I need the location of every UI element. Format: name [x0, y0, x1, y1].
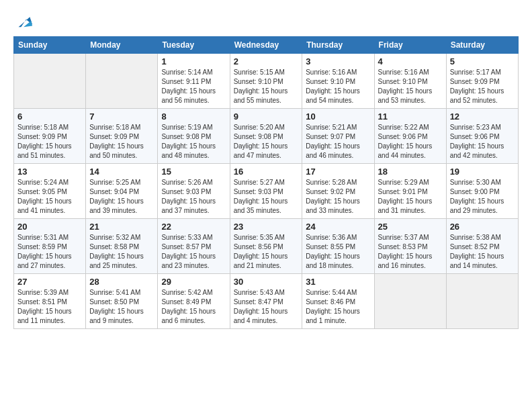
day-number: 15 [161, 167, 226, 177]
calendar-cell: 20Sunrise: 5:31 AM Sunset: 8:59 PM Dayli… [14, 219, 86, 274]
calendar-header-row: SundayMondayTuesdayWednesdayThursdayFrid… [14, 37, 519, 54]
day-info: Sunrise: 5:24 AM Sunset: 9:05 PM Dayligh… [17, 178, 82, 216]
day-number: 3 [306, 56, 370, 66]
calendar-cell: 17Sunrise: 5:28 AM Sunset: 9:02 PM Dayli… [302, 164, 374, 219]
calendar-cell: 6Sunrise: 5:18 AM Sunset: 9:09 PM Daylig… [14, 109, 86, 164]
day-number: 23 [234, 222, 299, 232]
day-number: 10 [306, 111, 370, 122]
day-number: 7 [89, 111, 154, 122]
day-info: Sunrise: 5:15 AM Sunset: 9:10 PM Dayligh… [234, 68, 299, 105]
calendar-cell: 9Sunrise: 5:20 AM Sunset: 9:08 PM Daylig… [230, 109, 302, 164]
calendar-cell: 5Sunrise: 5:17 AM Sunset: 9:09 PM Daylig… [446, 54, 518, 109]
day-info: Sunrise: 5:22 AM Sunset: 9:06 PM Dayligh… [378, 123, 443, 161]
day-info: Sunrise: 5:20 AM Sunset: 9:08 PM Dayligh… [234, 123, 299, 161]
day-info: Sunrise: 5:43 AM Sunset: 8:47 PM Dayligh… [234, 288, 299, 326]
calendar-body: 1Sunrise: 5:14 AM Sunset: 9:11 PM Daylig… [14, 54, 519, 329]
day-info: Sunrise: 5:44 AM Sunset: 8:46 PM Dayligh… [306, 288, 370, 326]
day-header-tuesday: Tuesday [158, 37, 230, 54]
day-number: 24 [306, 222, 370, 232]
day-number: 17 [306, 167, 370, 177]
calendar-cell: 25Sunrise: 5:37 AM Sunset: 8:53 PM Dayli… [374, 219, 446, 274]
day-info: Sunrise: 5:31 AM Sunset: 8:59 PM Dayligh… [17, 233, 82, 271]
day-info: Sunrise: 5:35 AM Sunset: 8:56 PM Dayligh… [234, 233, 299, 271]
day-info: Sunrise: 5:14 AM Sunset: 9:11 PM Dayligh… [161, 68, 226, 105]
day-number: 6 [17, 111, 82, 122]
day-info: Sunrise: 5:42 AM Sunset: 8:49 PM Dayligh… [161, 288, 226, 326]
day-number: 5 [450, 56, 515, 66]
calendar-cell: 31Sunrise: 5:44 AM Sunset: 8:46 PM Dayli… [302, 274, 374, 329]
calendar-cell: 4Sunrise: 5:16 AM Sunset: 9:10 PM Daylig… [374, 54, 446, 109]
calendar-cell: 1Sunrise: 5:14 AM Sunset: 9:11 PM Daylig… [158, 54, 230, 109]
day-number: 18 [378, 167, 443, 177]
calendar-cell: 10Sunrise: 5:21 AM Sunset: 9:07 PM Dayli… [302, 109, 374, 164]
day-number: 11 [378, 111, 443, 122]
day-info: Sunrise: 5:33 AM Sunset: 8:57 PM Dayligh… [161, 233, 226, 271]
day-info: Sunrise: 5:18 AM Sunset: 9:09 PM Dayligh… [89, 123, 154, 161]
day-number: 12 [450, 111, 515, 122]
calendar-cell: 18Sunrise: 5:29 AM Sunset: 9:01 PM Dayli… [374, 164, 446, 219]
day-number: 29 [161, 277, 226, 287]
day-info: Sunrise: 5:28 AM Sunset: 9:02 PM Dayligh… [306, 178, 370, 216]
calendar-cell: 21Sunrise: 5:32 AM Sunset: 8:58 PM Dayli… [86, 219, 158, 274]
calendar-cell: 2Sunrise: 5:15 AM Sunset: 9:10 PM Daylig… [230, 54, 302, 109]
day-info: Sunrise: 5:30 AM Sunset: 9:00 PM Dayligh… [450, 178, 515, 216]
day-number: 8 [161, 111, 226, 122]
calendar-cell: 12Sunrise: 5:23 AM Sunset: 9:06 PM Dayli… [446, 109, 518, 164]
calendar-cell [374, 274, 446, 329]
day-info: Sunrise: 5:37 AM Sunset: 8:53 PM Dayligh… [378, 233, 443, 271]
day-info: Sunrise: 5:25 AM Sunset: 9:04 PM Dayligh… [89, 178, 154, 216]
calendar-table: SundayMondayTuesdayWednesdayThursdayFrid… [13, 36, 519, 329]
day-info: Sunrise: 5:27 AM Sunset: 9:03 PM Dayligh… [234, 178, 299, 216]
calendar-week-3: 13Sunrise: 5:24 AM Sunset: 9:05 PM Dayli… [14, 164, 519, 219]
calendar-cell: 7Sunrise: 5:18 AM Sunset: 9:09 PM Daylig… [86, 109, 158, 164]
calendar-week-5: 27Sunrise: 5:39 AM Sunset: 8:51 PM Dayli… [14, 274, 519, 329]
day-number: 4 [378, 56, 443, 66]
day-number: 27 [17, 277, 82, 287]
day-info: Sunrise: 5:36 AM Sunset: 8:55 PM Dayligh… [306, 233, 370, 271]
calendar-cell: 22Sunrise: 5:33 AM Sunset: 8:57 PM Dayli… [158, 219, 230, 274]
calendar-cell [86, 54, 158, 109]
day-number: 9 [234, 111, 299, 122]
calendar-cell: 13Sunrise: 5:24 AM Sunset: 9:05 PM Dayli… [14, 164, 86, 219]
calendar-cell: 24Sunrise: 5:36 AM Sunset: 8:55 PM Dayli… [302, 219, 374, 274]
calendar-cell [14, 54, 86, 109]
day-header-sunday: Sunday [14, 37, 86, 54]
day-info: Sunrise: 5:16 AM Sunset: 9:10 PM Dayligh… [306, 68, 370, 105]
calendar-cell: 27Sunrise: 5:39 AM Sunset: 8:51 PM Dayli… [14, 274, 86, 329]
day-number: 30 [234, 277, 299, 287]
day-info: Sunrise: 5:38 AM Sunset: 8:52 PM Dayligh… [450, 233, 515, 271]
calendar-cell: 29Sunrise: 5:42 AM Sunset: 8:49 PM Dayli… [158, 274, 230, 329]
day-number: 26 [450, 222, 515, 232]
day-info: Sunrise: 5:32 AM Sunset: 8:58 PM Dayligh… [89, 233, 154, 271]
calendar-week-1: 1Sunrise: 5:14 AM Sunset: 9:11 PM Daylig… [14, 54, 519, 109]
day-number: 25 [378, 222, 443, 232]
day-number: 21 [89, 222, 154, 232]
day-info: Sunrise: 5:19 AM Sunset: 9:08 PM Dayligh… [161, 123, 226, 161]
day-header-monday: Monday [86, 37, 158, 54]
logo [13, 11, 34, 30]
day-header-wednesday: Wednesday [230, 37, 302, 54]
calendar-cell: 30Sunrise: 5:43 AM Sunset: 8:47 PM Dayli… [230, 274, 302, 329]
day-number: 16 [234, 167, 299, 177]
day-number: 31 [306, 277, 370, 287]
day-header-friday: Friday [374, 37, 446, 54]
page-header [13, 11, 519, 30]
calendar-cell: 28Sunrise: 5:41 AM Sunset: 8:50 PM Dayli… [86, 274, 158, 329]
calendar-cell: 8Sunrise: 5:19 AM Sunset: 9:08 PM Daylig… [158, 109, 230, 164]
day-number: 22 [161, 222, 226, 232]
svg-marker-1 [24, 21, 32, 27]
day-header-saturday: Saturday [446, 37, 518, 54]
day-info: Sunrise: 5:26 AM Sunset: 9:03 PM Dayligh… [161, 178, 226, 216]
calendar-week-4: 20Sunrise: 5:31 AM Sunset: 8:59 PM Dayli… [14, 219, 519, 274]
day-info: Sunrise: 5:23 AM Sunset: 9:06 PM Dayligh… [450, 123, 515, 161]
day-info: Sunrise: 5:39 AM Sunset: 8:51 PM Dayligh… [17, 288, 82, 326]
day-info: Sunrise: 5:41 AM Sunset: 8:50 PM Dayligh… [89, 288, 154, 326]
calendar-week-2: 6Sunrise: 5:18 AM Sunset: 9:09 PM Daylig… [14, 109, 519, 164]
day-number: 20 [17, 222, 82, 232]
calendar-cell: 3Sunrise: 5:16 AM Sunset: 9:10 PM Daylig… [302, 54, 374, 109]
calendar-cell: 19Sunrise: 5:30 AM Sunset: 9:00 PM Dayli… [446, 164, 518, 219]
day-header-thursday: Thursday [302, 37, 374, 54]
day-number: 1 [161, 56, 226, 66]
day-number: 28 [89, 277, 154, 287]
day-number: 2 [234, 56, 299, 66]
